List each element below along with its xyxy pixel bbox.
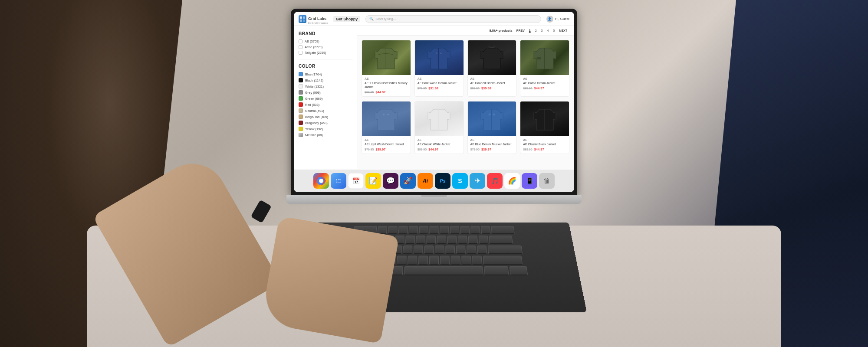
product-card-2[interactable]: AE AE Dark Wash Denim Jacket $79.95 $31.… (414, 40, 464, 97)
svg-point-12 (319, 179, 323, 183)
product-card-6[interactable]: AE AE Classic White Jacket $89.95 $44.97 (414, 101, 464, 154)
app-name: Grid Labs (308, 16, 326, 21)
key (413, 246, 423, 254)
product-card-4[interactable]: AE AE Camo Denim Jacket $89.95 $44.97 (520, 40, 569, 97)
color-swatch-grey (299, 90, 303, 95)
key (419, 226, 428, 234)
shift-right-key[interactable] (483, 256, 523, 265)
product-card-8[interactable]: AE AE Classic Black Jacket $89.95 $44.97 (520, 101, 569, 154)
brand-aerie-checkbox[interactable] (299, 45, 302, 49)
color-filter-burgundy[interactable]: Burgundy (453) (299, 121, 352, 125)
brand-filter-aerie[interactable]: Aerie (2779) (299, 45, 352, 49)
page-4-button[interactable]: 4 (546, 29, 550, 33)
logo-icon (299, 15, 306, 23)
page-3-button[interactable]: 3 (540, 29, 544, 33)
app-logo: Grid Labs by GridDynamics (299, 14, 328, 24)
color-filter-yellow[interactable]: Yellow (192) (299, 127, 352, 131)
delete-key[interactable] (491, 226, 515, 234)
nav-get-shoppy[interactable]: Get Shoppy (333, 16, 361, 22)
dock-music-icon[interactable]: 🎵 (487, 173, 503, 189)
brand-ae-checkbox[interactable] (299, 39, 302, 43)
page-5-button[interactable]: 5 (552, 29, 556, 33)
page-2-button[interactable]: 2 (534, 29, 538, 33)
key (451, 256, 460, 265)
color-swatch-beige (299, 115, 303, 119)
product-brand-5: AE (365, 138, 408, 141)
key (434, 246, 444, 254)
brand-filter-ae[interactable]: AE (3759) (299, 39, 352, 43)
avatar: 👤 (546, 16, 553, 23)
product-grid-row1: AE AE X Urban Necessities Military Jacke… (357, 36, 574, 101)
product-pricing-6: $89.95 $44.97 (418, 147, 461, 151)
color-swatch-green (299, 96, 303, 101)
svg-point-8 (387, 114, 389, 115)
color-filter-neutral[interactable]: Neutral (491) (299, 108, 352, 113)
original-price-7: $79.95 (470, 148, 480, 151)
product-info-8: AE AE Classic Black Jacket $89.95 $44.97 (520, 136, 569, 154)
laptop-base (286, 195, 582, 204)
next-button[interactable]: NEXT (558, 29, 569, 33)
product-brand-4: AE (523, 77, 566, 80)
brand-aerie-label: Aerie (2779) (305, 45, 322, 49)
color-filter-beige[interactable]: Beige/Tan (485) (299, 115, 352, 119)
product-card-5[interactable]: AE AE Light Wash Denim Jacket $79.95 $39… (362, 101, 411, 154)
color-filter-green[interactable]: Green (669) (299, 96, 352, 101)
brand-tailgate-checkbox[interactable] (299, 51, 302, 55)
return-key[interactable] (489, 236, 513, 244)
key (460, 226, 470, 234)
user-info: 👤 Hi, Guest (546, 16, 569, 23)
dock-photos-icon[interactable]: 🌈 (504, 173, 520, 189)
dock-illustrator-icon[interactable]: Ai (418, 173, 433, 189)
search-bar[interactable]: 🔍 Start typing... (365, 15, 541, 23)
prev-button[interactable]: PREV (515, 29, 526, 33)
key (388, 226, 398, 234)
key (429, 226, 438, 234)
color-filter-title: COLOR (299, 64, 352, 69)
dock-viber-icon[interactable]: 📱 (522, 173, 537, 189)
dock-slack-icon[interactable]: 💬 (383, 173, 398, 189)
original-price-2: $79.95 (418, 87, 427, 90)
color-filter-grey[interactable]: Grey (999) (299, 90, 352, 95)
sidebar-filters: BRAND AE (3759) Aerie (2779) Tailgate (2… (294, 26, 357, 192)
key (472, 256, 482, 265)
dock-chrome-icon[interactable] (313, 173, 329, 189)
color-filter-red[interactable]: Red (533) (299, 102, 352, 107)
key (468, 236, 477, 244)
product-image-2 (415, 40, 464, 75)
product-card-7[interactable]: AE AE Blue Denim Trucker Jacket $79.95 $… (467, 101, 517, 154)
app-subtitle: by GridDynamics (308, 22, 328, 24)
dock-transmit-icon[interactable]: 🚀 (400, 173, 416, 189)
product-card-3[interactable]: AE AE Hooded Denim Jacket $99.95 $39.98 (467, 40, 517, 97)
command-right-key[interactable] (484, 266, 509, 275)
dock-trash-icon[interactable]: 🗑 (539, 173, 555, 189)
original-price-3: $99.95 (470, 87, 480, 90)
brand-filter-title: BRAND (299, 31, 352, 36)
color-filter-blue[interactable]: Blue (1764) (299, 72, 352, 76)
key (408, 256, 417, 265)
dock-skype-icon[interactable]: S (452, 173, 468, 189)
option-right-key[interactable] (509, 266, 528, 275)
dock-notes-icon[interactable]: 📝 (365, 173, 381, 189)
color-filter-metallic[interactable]: Metallic (88) (299, 133, 352, 137)
sale-price-2: $31.98 (428, 86, 438, 90)
sale-price-5: $39.97 (375, 147, 385, 151)
sale-price-4: $44.97 (534, 86, 544, 90)
product-name-2: AE Dark Wash Denim Jacket (418, 81, 461, 85)
brand-filter-tailgate[interactable]: Tailgate (2299) (299, 51, 352, 55)
color-swatch-yellow (299, 127, 303, 131)
dock-finder-icon[interactable]: 🗂 (331, 173, 346, 189)
product-info-6: AE AE Classic White Jacket $89.95 $44.97 (415, 136, 464, 154)
svg-rect-6 (537, 57, 541, 59)
dock-photoshop-icon[interactable]: Ps (435, 173, 450, 189)
svg-point-9 (488, 113, 490, 115)
dock-telegram-icon[interactable]: ✈ (470, 173, 485, 189)
product-card-1[interactable]: AE AE X Urban Necessities Military Jacke… (362, 40, 411, 97)
product-pricing-3: $99.95 $39.98 (470, 86, 514, 90)
page-1-button[interactable]: 1 (528, 29, 532, 33)
sale-price-1: $44.97 (375, 90, 385, 94)
color-filter-white[interactable]: White (1321) (299, 84, 352, 88)
dock-calendar-icon[interactable]: 📅 (348, 173, 364, 189)
color-filter-black[interactable]: Black (1142) (299, 78, 352, 82)
return-key[interactable] (487, 246, 522, 254)
space-key[interactable] (404, 266, 483, 275)
